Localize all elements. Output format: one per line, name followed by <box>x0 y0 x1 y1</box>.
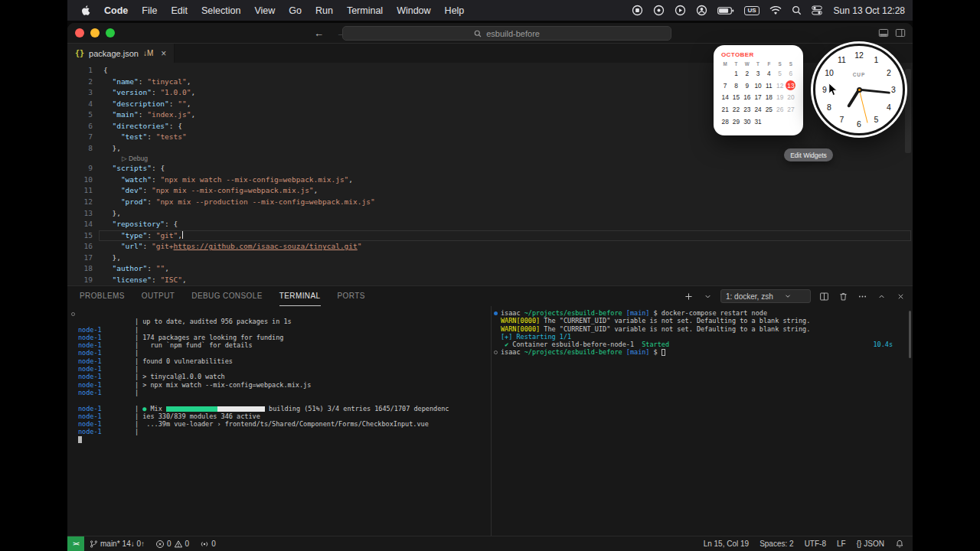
code-line[interactable]: 12 "prod": "npx mix --production --mix-c… <box>67 197 913 208</box>
panel-tab-debug-console[interactable]: DEBUG CONSOLE <box>191 286 262 306</box>
line-number[interactable]: 10 <box>67 174 93 186</box>
warning-icon <box>174 540 183 549</box>
line-number[interactable]: 12 <box>67 197 93 208</box>
ports-indicator[interactable]: 0 <box>194 536 221 551</box>
circle-play-icon[interactable] <box>675 5 686 16</box>
input-source-indicator[interactable]: US <box>744 6 759 15</box>
calendar-day: 14 <box>720 92 730 104</box>
close-window-button[interactable] <box>75 28 84 37</box>
zoom-window-button[interactable] <box>106 28 115 37</box>
user-circle-icon[interactable] <box>696 5 707 16</box>
code-line[interactable]: 11 "dev": "npx mix --mix-config=webpack.… <box>67 185 913 197</box>
menu-help[interactable]: Help <box>438 5 472 16</box>
code-line[interactable]: 15 "type": "git", <box>67 230 913 242</box>
tab-package-json[interactable]: {} package.json ↓M × <box>67 44 175 63</box>
apple-menu[interactable] <box>75 5 97 16</box>
command-decoration-icon[interactable] <box>494 350 498 354</box>
new-terminal-button[interactable] <box>682 290 694 302</box>
line-number[interactable]: 15 <box>67 230 93 242</box>
panel-tab-ports[interactable]: PORTS <box>338 286 365 306</box>
line-number[interactable]: 9 <box>67 163 93 174</box>
line-number[interactable]: 4 <box>67 99 93 110</box>
line-number[interactable]: 14 <box>67 219 93 230</box>
line-number[interactable]: 6 <box>67 121 93 132</box>
menu-file[interactable]: File <box>135 5 164 16</box>
circle-dot-icon[interactable] <box>653 5 665 16</box>
customize-layout-icon[interactable] <box>895 28 906 38</box>
calendar-day: 1 <box>730 67 741 80</box>
code-text: "watch": "npx mix watch --mix-config=web… <box>93 174 353 186</box>
command-decoration-icon[interactable] <box>494 311 498 315</box>
code-line[interactable]: 14 "repository": { <box>67 219 913 230</box>
circle-stop-icon[interactable] <box>632 5 643 16</box>
tab-close-icon[interactable]: × <box>161 48 166 59</box>
code-line[interactable]: 9 "scripts": { <box>67 163 913 174</box>
line-number[interactable]: 2 <box>67 77 93 88</box>
line-number[interactable]: 7 <box>67 132 93 143</box>
terminal-scrollbar[interactable] <box>909 311 911 358</box>
new-terminal-dropdown-icon[interactable] <box>701 290 714 302</box>
problems-indicator[interactable]: 0 0 <box>150 536 194 551</box>
menu-edit[interactable]: Edit <box>164 5 194 16</box>
menu-view[interactable]: View <box>247 5 282 16</box>
code-line[interactable]: 16 "url": "git+https://github.com/isaac-… <box>67 241 913 253</box>
branch-indicator[interactable]: main* 14↓ 0↑ <box>84 536 150 551</box>
cursor-position-indicator[interactable]: Ln 15, Col 19 <box>698 540 755 548</box>
terminal-picker[interactable]: 1: docker, zsh <box>720 289 811 303</box>
line-number[interactable]: 18 <box>67 263 93 275</box>
close-panel-icon[interactable] <box>894 290 906 302</box>
eol-indicator[interactable]: LF <box>831 540 851 548</box>
terminal-right-pane[interactable]: isaac ~/projects/esbuild-before [main] $… <box>492 306 913 536</box>
language-indicator[interactable]: {}JSON <box>851 540 890 548</box>
code-line[interactable]: 17 }, <box>67 253 913 264</box>
line-number[interactable]: 1 <box>67 65 93 77</box>
line-number[interactable]: 13 <box>67 208 93 220</box>
code-line[interactable]: 13 }, <box>67 208 913 220</box>
panel-tab-terminal[interactable]: TERMINAL <box>279 286 321 306</box>
terminal-left-pane[interactable]: | up to date, audited 956 packages in 1s… <box>67 306 491 536</box>
minimize-window-button[interactable] <box>90 28 100 37</box>
line-number[interactable]: 8 <box>67 143 93 155</box>
edit-widgets-button[interactable]: Edit Widgets <box>784 148 833 161</box>
code-line[interactable]: 10 "watch": "npx mix watch --mix-config=… <box>67 174 913 186</box>
encoding-indicator[interactable]: UTF-8 <box>799 540 831 548</box>
battery-icon[interactable] <box>717 6 734 15</box>
more-actions-icon[interactable] <box>856 290 868 302</box>
line-number[interactable]: 17 <box>67 253 93 264</box>
control-center-icon[interactable] <box>812 5 822 15</box>
menu-go[interactable]: Go <box>282 5 309 16</box>
ports-count: 0 <box>211 540 216 548</box>
code-line[interactable]: 18 "author": "", <box>67 263 913 275</box>
command-center-search[interactable]: esbuild-before <box>342 26 671 41</box>
spotlight-search-icon[interactable] <box>792 5 802 15</box>
indentation-indicator[interactable]: Spaces: 2 <box>754 540 799 548</box>
notifications-bell[interactable] <box>890 539 910 549</box>
panel-tab-output[interactable]: OUTPUT <box>142 286 175 306</box>
split-terminal-icon[interactable] <box>818 290 830 302</box>
menu-run[interactable]: Run <box>309 5 340 16</box>
calendar-widget[interactable]: OCTOBER MTWTFSS 123456789101112131415161… <box>714 45 803 135</box>
command-decoration-icon[interactable] <box>71 312 75 316</box>
menu-code[interactable]: Code <box>97 5 135 16</box>
menu-window[interactable]: Window <box>390 5 437 16</box>
calendar-day: 2 <box>742 67 753 80</box>
line-number[interactable]: 3 <box>67 87 93 99</box>
back-icon[interactable]: ← <box>314 28 324 39</box>
kill-terminal-icon[interactable] <box>837 290 849 302</box>
wifi-icon[interactable] <box>769 6 782 15</box>
code-line[interactable]: 19 "license": "ISC", <box>67 275 913 285</box>
line-number[interactable]: 11 <box>67 185 93 197</box>
titlebar[interactable]: ← → esbuild-before <box>67 23 913 44</box>
menu-terminal[interactable]: Terminal <box>340 5 390 16</box>
menu-selection[interactable]: Selection <box>194 5 247 16</box>
maximize-panel-icon[interactable] <box>875 290 887 302</box>
line-number[interactable]: 19 <box>67 275 93 285</box>
toggle-panel-icon[interactable] <box>878 28 889 38</box>
menubar-clock[interactable]: Sun 13 Oct 12:28 <box>834 5 905 16</box>
remote-indicator[interactable]: >< <box>67 536 84 551</box>
panel-tab-problems[interactable]: PROBLEMS <box>80 286 125 306</box>
line-number[interactable]: 5 <box>67 109 93 121</box>
clock-widget[interactable]: CUP 121234567891011 <box>811 41 907 138</box>
eol-value: LF <box>837 540 846 548</box>
line-number[interactable]: 16 <box>67 241 93 253</box>
